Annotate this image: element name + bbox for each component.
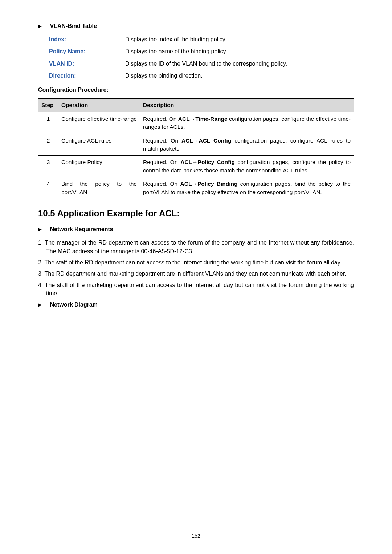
dl-row: Index: Displays the index of the binding…	[49, 35, 354, 44]
config-procedure-heading: Configuration Procedure:	[38, 86, 354, 94]
vlan-bind-heading: VLAN-Bind Table	[38, 22, 354, 30]
network-requirements-heading: Network Requirements	[38, 225, 354, 233]
table-header-row: Step Operation Description	[38, 99, 354, 112]
desc-bold: ACL→ACL Config	[181, 138, 231, 144]
col-operation: Operation	[58, 99, 140, 112]
dl-term: Index:	[49, 35, 125, 44]
desc-pre: Required. On	[143, 159, 180, 165]
dl-term: Policy Name:	[49, 47, 125, 56]
desc-pre: Required. On	[143, 116, 178, 122]
svg-marker-0	[38, 25, 42, 28]
network-diagram-heading: Network Diagram	[38, 300, 354, 309]
cell-description: Required. On ACL→ACL Config configuratio…	[140, 134, 354, 156]
dl-row: Policy Name: Displays the name of the bi…	[49, 47, 354, 56]
list-item: 4. The staff of the marketing department…	[38, 281, 354, 297]
dl-def: Displays the name of the binding policy.	[125, 47, 354, 56]
table-row: 3 Configure Policy Required. On ACL→Poli…	[38, 156, 354, 177]
cell-operation: Configure Policy	[58, 156, 140, 177]
desc-bold: ACL→Time-Range	[178, 116, 228, 122]
table-row: 1 Configure effective time-range Require…	[38, 112, 354, 134]
dl-row: VLAN ID: Displays the ID of the VLAN bou…	[49, 59, 354, 68]
cell-step: 4	[38, 177, 58, 199]
dl-row: Direction: Displays the binding directio…	[49, 71, 354, 80]
table-row: 4 Bind the policy to the port/VLAN Requi…	[38, 177, 354, 199]
dl-def: Displays the binding direction.	[125, 71, 354, 80]
cell-description: Required. On ACL→Policy Config configura…	[140, 156, 354, 177]
network-requirements-label: Network Requirements	[50, 226, 113, 232]
col-description: Description	[140, 99, 354, 112]
list-item: 2. The staff of the RD department can no…	[38, 258, 354, 267]
triangle-bullet-icon	[38, 303, 42, 307]
triangle-bullet-icon	[38, 25, 42, 28]
table-row: 2 Configure ACL rules Required. On ACL→A…	[38, 134, 354, 156]
desc-bold: ACL→Policy Binding	[180, 181, 238, 187]
desc-bold: ACL→Policy Config	[180, 159, 235, 165]
svg-marker-2	[38, 303, 42, 307]
desc-pre: Required. On	[143, 181, 180, 187]
triangle-bullet-icon	[38, 228, 42, 231]
dl-def: Displays the index of the binding policy…	[125, 35, 354, 44]
list-item: 3. The RD department and marketing depar…	[38, 270, 354, 278]
col-step: Step	[38, 99, 58, 112]
list-item: 1. The manager of the RD department can …	[38, 238, 354, 255]
network-requirements-list: 1. The manager of the RD department can …	[38, 238, 354, 297]
cell-step: 1	[38, 112, 58, 134]
cell-operation: Configure ACL rules	[58, 134, 140, 156]
dl-term: VLAN ID:	[49, 59, 125, 68]
cell-step: 2	[38, 134, 58, 156]
vlan-bind-heading-label: VLAN-Bind Table	[50, 23, 97, 29]
cell-operation: Configure effective time-range	[58, 112, 140, 134]
network-diagram-label: Network Diagram	[50, 301, 98, 308]
cell-step: 3	[38, 156, 58, 177]
dl-def: Displays the ID of the VLAN bound to the…	[125, 59, 354, 68]
dl-term: Direction:	[49, 71, 125, 80]
config-procedure-table: Step Operation Description 1 Configure e…	[38, 98, 354, 199]
section-title: 10.5 Application Example for ACL:	[38, 207, 354, 220]
desc-pre: Required. On	[143, 138, 181, 144]
page-number: 152	[0, 532, 392, 539]
cell-operation: Bind the policy to the port/VLAN	[58, 177, 140, 199]
cell-description: Required. On ACL→Time-Range configuratio…	[140, 112, 354, 134]
cell-description: Required. On ACL→Policy Binding configur…	[140, 177, 354, 199]
svg-marker-1	[38, 228, 42, 231]
